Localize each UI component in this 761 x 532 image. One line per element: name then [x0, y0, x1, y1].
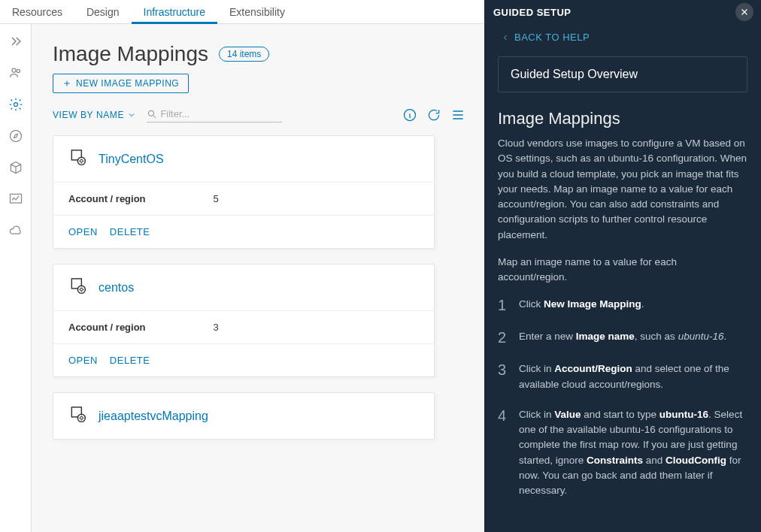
- help-header-title: GUIDED SETUP: [493, 7, 572, 18]
- new-image-mapping-label: NEW IMAGE MAPPING: [76, 78, 179, 89]
- filter-input[interactable]: [160, 108, 282, 119]
- expand-sidebar-button[interactable]: [8, 33, 24, 50]
- card-title-link[interactable]: centos: [99, 281, 134, 295]
- help-paragraph: Cloud vendors use images to configure a …: [498, 136, 747, 243]
- help-paragraph: Map an image name to a value for each ac…: [498, 255, 747, 286]
- info-button[interactable]: [402, 107, 418, 123]
- refresh-icon: [426, 107, 441, 122]
- step-number: 2: [498, 329, 510, 346]
- image-stack-icon: [68, 148, 88, 170]
- tab-resources[interactable]: Resources: [0, 0, 74, 23]
- delete-button[interactable]: DELETE: [110, 226, 150, 237]
- help-step: 2 Enter a new Image name, such as ubuntu…: [498, 329, 747, 346]
- view-by-label: VIEW BY NAME: [53, 110, 124, 120]
- help-section-title: Image Mappings: [498, 109, 747, 128]
- step-text: Click in Value and start to type ubuntu-…: [519, 407, 747, 499]
- cube-icon: [8, 160, 23, 175]
- close-icon: [739, 7, 750, 17]
- sidebar-item-users[interactable]: [8, 65, 24, 81]
- plus-icon: [62, 79, 71, 88]
- chevron-down-icon: [127, 110, 136, 119]
- svg-rect-5: [10, 194, 21, 203]
- tab-design[interactable]: Design: [74, 0, 132, 23]
- gear-icon: [8, 97, 23, 112]
- page-title: Image Mappings: [53, 42, 208, 66]
- delete-button[interactable]: DELETE: [110, 355, 150, 366]
- account-region-label: Account / region: [68, 322, 146, 333]
- image-stack-icon: [68, 405, 88, 427]
- info-icon: [402, 107, 417, 122]
- help-step: 3 Click in Account/Region and select one…: [498, 361, 747, 392]
- sidebar-item-monitor[interactable]: [8, 191, 24, 207]
- chevron-left-icon: [501, 33, 510, 42]
- cards-list[interactable]: TinyCentOS Account / region 5 OPEN DELET…: [53, 135, 484, 532]
- step-text: Click New Image Mapping.: [519, 297, 747, 314]
- users-icon: [8, 65, 23, 80]
- card-title-link[interactable]: jieaaptestvcMapping: [99, 410, 208, 423]
- items-count-badge: 14 items: [219, 47, 269, 62]
- chevron-double-right-icon: [8, 34, 23, 49]
- image-mapping-card: centos Account / region 3 OPEN DELETE: [53, 264, 435, 377]
- help-step: 4 Click in Value and start to type ubunt…: [498, 407, 747, 499]
- step-number: 3: [498, 361, 510, 392]
- account-region-value: 3: [214, 322, 219, 333]
- back-to-help-link[interactable]: BACK TO HELP: [498, 32, 747, 43]
- sidebar-item-cloud[interactable]: [8, 222, 24, 239]
- new-image-mapping-button[interactable]: NEW IMAGE MAPPING: [53, 74, 189, 93]
- svg-point-6: [148, 110, 153, 116]
- step-number: 1: [498, 297, 510, 314]
- image-mapping-card: TinyCentOS Account / region 5 OPEN DELET…: [53, 135, 435, 249]
- list-view-button[interactable]: [450, 107, 466, 123]
- sidebar-item-compass[interactable]: [8, 128, 24, 144]
- main-content: Image Mappings 14 items NEW IMAGE MAPPIN…: [32, 24, 484, 532]
- open-button[interactable]: OPEN: [68, 226, 98, 237]
- card-title-link[interactable]: TinyCentOS: [99, 153, 164, 166]
- back-to-help-label: BACK TO HELP: [514, 32, 590, 43]
- list-icon: [450, 107, 465, 122]
- svg-point-2: [17, 69, 20, 72]
- svg-point-4: [10, 131, 21, 142]
- step-text: Click in Account/Region and select one o…: [519, 361, 747, 392]
- guided-setup-overview-button[interactable]: Guided Setup Overview: [498, 56, 747, 92]
- left-sidebar: [0, 24, 32, 532]
- search-icon: [147, 108, 157, 120]
- tab-extensibility[interactable]: Extensibility: [217, 0, 297, 23]
- step-number: 4: [498, 407, 510, 499]
- image-mapping-card: jieaaptestvcMapping: [53, 392, 435, 440]
- account-region-value: 5: [214, 193, 219, 204]
- sidebar-item-config[interactable]: [8, 96, 24, 113]
- close-help-button[interactable]: [735, 3, 753, 21]
- account-region-label: Account / region: [68, 193, 146, 204]
- svg-point-3: [14, 103, 17, 107]
- image-stack-icon: [68, 277, 88, 298]
- help-step: 1 Click New Image Mapping.: [498, 297, 747, 314]
- compass-icon: [8, 128, 23, 144]
- step-text: Enter a new Image name, such as ubuntu-1…: [519, 329, 747, 346]
- chart-icon: [8, 192, 23, 207]
- sidebar-item-box[interactable]: [8, 159, 24, 176]
- cloud-icon: [8, 223, 23, 238]
- view-by-dropdown[interactable]: VIEW BY NAME: [53, 110, 136, 120]
- open-button[interactable]: OPEN: [68, 355, 98, 366]
- filter-search[interactable]: [147, 108, 282, 122]
- tab-infrastructure[interactable]: Infrastructure: [132, 0, 217, 23]
- refresh-button[interactable]: [426, 107, 442, 123]
- help-header: GUIDED SETUP: [484, 0, 761, 24]
- help-panel: GUIDED SETUP BACK TO HELP Guided Setup O…: [484, 24, 761, 532]
- svg-point-1: [12, 68, 16, 72]
